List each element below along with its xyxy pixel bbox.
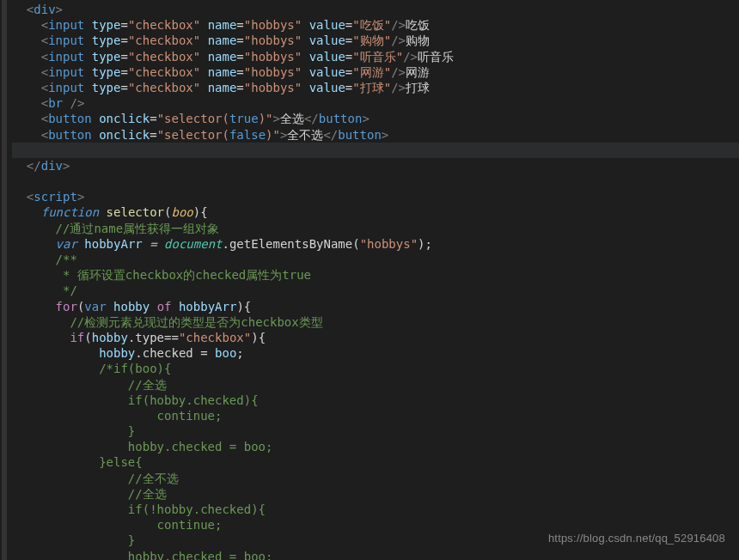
code-editor[interactable]: <div> <input type="checkbox" name="hobby… <box>0 0 739 560</box>
gutter <box>2 0 7 560</box>
watermark: https://blog.csdn.net/qq_52916408 <box>548 532 725 546</box>
code-content[interactable]: <div> <input type="checkbox" name="hobby… <box>12 0 739 560</box>
